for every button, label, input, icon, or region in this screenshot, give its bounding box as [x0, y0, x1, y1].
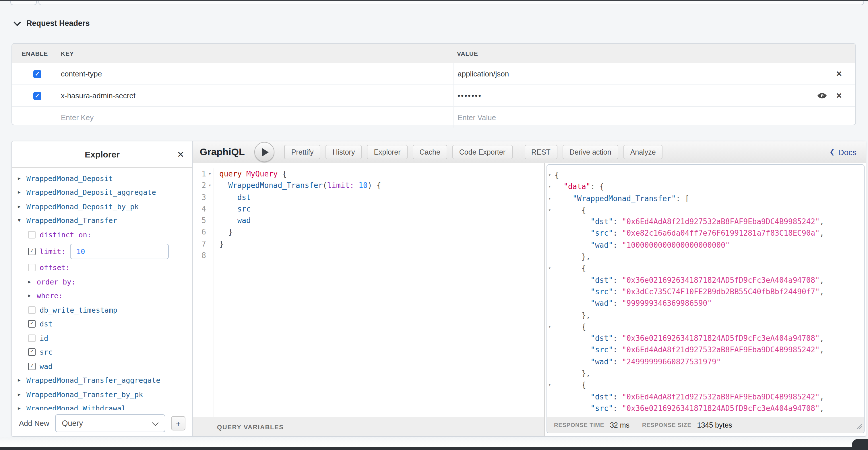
request-headers-toggle[interactable]: Request Headers [16, 19, 90, 28]
explorer-item-wrappedmonad-transfer-by-pk[interactable]: ▶WrappedMonad_Transfer_by_pk [18, 387, 192, 401]
checkbox-unchecked-icon[interactable] [28, 335, 36, 342]
explorer-item-wrappedmonad-deposit[interactable]: ▶WrappedMonad_Deposit [18, 171, 192, 185]
reveal-secret-eye-icon[interactable] [817, 92, 827, 99]
toolbar-button-explorer[interactable]: Explorer [367, 145, 407, 159]
toolbar-buttons: PrettifyHistoryExplorerCacheCode Exporte… [284, 145, 663, 159]
toolbar-button-history[interactable]: History [326, 145, 362, 159]
explorer-item-distinct-on[interactable]: distinct_on: [18, 228, 192, 242]
editor-code[interactable]: query MyQuery { WrappedMonad_Transfer(li… [214, 168, 544, 417]
toolbar-button-analyze[interactable]: Analyze [623, 145, 663, 159]
response-box: ▾{▾ "data": {▾ "WrappedMonad_Transfer": … [547, 164, 865, 433]
checkbox-checked-icon[interactable]: ✓ [28, 363, 36, 370]
query-editor[interactable]: 1▾2▾345678 query MyQuery { WrappedMonad_… [193, 163, 544, 417]
expand-arrow-icon[interactable]: ▶ [18, 406, 26, 410]
checkbox-checked-icon[interactable]: ✓ [33, 70, 41, 78]
expand-arrow-icon[interactable]: ▶ [18, 176, 26, 181]
expand-arrow-icon[interactable]: ▶ [18, 204, 26, 209]
line-number: 1▾ [193, 168, 214, 180]
checkbox-checked-icon[interactable]: ✓ [33, 92, 41, 100]
line-number: 6 [193, 227, 214, 238]
explorer-item-order-by[interactable]: ▶order_by: [18, 275, 192, 289]
checkbox-checked-icon[interactable]: ✓ [28, 348, 36, 356]
explorer-item-limit[interactable]: ✓limit:10 [18, 242, 192, 261]
response-line: "wad": "1000000000000000000000" [547, 240, 864, 251]
toolbar-button-code-exporter[interactable]: Code Exporter [453, 145, 513, 159]
editor-line[interactable]: WrappedMonad_Transfer(limit: 10) { [219, 180, 544, 192]
fold-arrow-icon[interactable]: ▾ [547, 379, 555, 391]
explorer-item-wad[interactable]: ✓wad [18, 359, 192, 373]
header-key-input[interactable]: content-type [61, 63, 453, 84]
explorer-item-label: WrappedMonad_Deposit_aggregate [26, 188, 156, 197]
response-line: "src": "0x36e0216926341871824AD5fD9cFc3e… [547, 403, 864, 415]
fold-arrow-icon[interactable]: ▾ [547, 170, 555, 181]
explorer-item-id[interactable]: id [18, 331, 192, 345]
expand-arrow-icon[interactable]: ▶ [28, 293, 37, 299]
explorer-item-wrappedmonad-transfer-aggregate[interactable]: ▶WrappedMonad_Transfer_aggregate [18, 373, 192, 387]
expand-arrow-icon[interactable]: ▶ [18, 378, 26, 383]
docs-link[interactable]: ❮ Docs [820, 141, 866, 163]
editor-line[interactable]: dst [219, 192, 544, 203]
editor-line[interactable]: } [219, 238, 544, 250]
fold-arrow-icon[interactable]: ▾ [547, 263, 555, 275]
header-key-input[interactable]: x-hasura-admin-secret [61, 85, 453, 106]
execute-query-button[interactable] [255, 142, 275, 162]
toolbar-button-cache[interactable]: Cache [413, 145, 447, 159]
checkbox-checked-icon[interactable]: ✓ [28, 247, 36, 255]
explorer-item-label: WrappedMonad_Deposit [26, 174, 113, 183]
request-method-select-cutoff[interactable] [10, 1, 37, 5]
response-line: ▾ "WrappedMonad_Transfer": [ [547, 193, 864, 205]
close-explorer-icon[interactable]: ✕ [177, 149, 184, 160]
toolbar-button-rest[interactable]: REST [524, 145, 557, 159]
checkbox-checked-icon[interactable]: ✓ [28, 320, 36, 328]
checkbox-unchecked-icon[interactable] [28, 231, 36, 238]
checkbox-unchecked-icon[interactable] [28, 306, 36, 314]
graphiql-logo: GraphiQL [200, 146, 245, 158]
remove-header-icon[interactable]: ✕ [836, 92, 842, 100]
remove-header-icon[interactable]: ✕ [836, 70, 842, 78]
fold-gutter [547, 391, 555, 403]
expand-arrow-icon[interactable]: ▶ [18, 392, 26, 397]
checkbox-unchecked-icon[interactable] [28, 264, 36, 272]
collapse-arrow-icon[interactable]: ▼ [18, 218, 26, 223]
explorer-item-wrappedmonad-withdrawal[interactable]: ▶WrappedMonad_Withdrawal [18, 401, 192, 410]
fold-arrow-icon[interactable]: ▾ [547, 181, 555, 193]
endpoint-url-input-cutoff[interactable] [38, 1, 864, 5]
explorer-item-wrappedmonad-deposit-by-pk[interactable]: ▶WrappedMonad_Deposit_by_pk [18, 199, 192, 214]
response-footer: RESPONSE TIME 32 ms RESPONSE SIZE 1345 b… [547, 417, 864, 433]
explorer-item-wrappedmonad-deposit-aggregate[interactable]: ▶WrappedMonad_Deposit_aggregate [18, 185, 192, 199]
explorer-item-src[interactable]: ✓src [18, 345, 192, 359]
explorer-item-db-write-timestamp[interactable]: db_write_timestamp [18, 303, 192, 317]
editor-line[interactable]: wad [219, 215, 544, 227]
explorer-item-label: distinct_on: [40, 230, 92, 239]
explorer-item-where[interactable]: ▶where: [18, 289, 192, 303]
editor-line[interactable]: query MyQuery { [219, 168, 544, 180]
header-value-input[interactable]: application/json [458, 69, 509, 78]
query-variables-bar[interactable]: QUERY VARIABLES [193, 417, 544, 436]
explorer-item-label: wad [40, 362, 53, 371]
header-value-input-masked[interactable]: ••••••• [458, 91, 482, 100]
editor-line[interactable] [219, 250, 544, 262]
toolbar-button-derive-action[interactable]: Derive action [563, 145, 618, 159]
fold-arrow-icon[interactable]: ▾ [547, 193, 555, 205]
explorer-item-wrappedmonad-transfer[interactable]: ▼WrappedMonad_Transfer [18, 214, 192, 228]
expand-arrow-icon[interactable]: ▶ [28, 279, 37, 284]
fold-arrow-icon[interactable]: ▾ [547, 205, 555, 216]
operation-type-select[interactable]: Query [55, 414, 166, 432]
new-header-key-input[interactable]: Enter Key [61, 107, 453, 128]
toolbar-button-prettify[interactable]: Prettify [284, 145, 321, 159]
explorer-item-offset[interactable]: offset: [18, 261, 192, 275]
fold-arrow-icon[interactable]: ▾ [547, 321, 555, 333]
limit-argument-input[interactable]: 10 [70, 244, 169, 259]
new-header-value-input[interactable]: Enter Value [453, 107, 856, 128]
add-operation-button[interactable]: + [171, 416, 185, 430]
response-pane: ▾{▾ "data": {▾ "WrappedMonad_Transfer": … [545, 163, 866, 436]
explorer-item-dst[interactable]: ✓dst [18, 317, 192, 331]
expand-arrow-icon[interactable]: ▶ [18, 190, 26, 195]
resize-handle[interactable] [857, 421, 862, 431]
enable-cell: ✓ [12, 85, 61, 106]
editor-line[interactable]: src [219, 203, 544, 215]
line-number: 5 [193, 215, 214, 227]
fold-gutter [547, 251, 555, 263]
response-line: ▾ { [547, 263, 864, 275]
editor-line[interactable]: } [219, 227, 544, 238]
